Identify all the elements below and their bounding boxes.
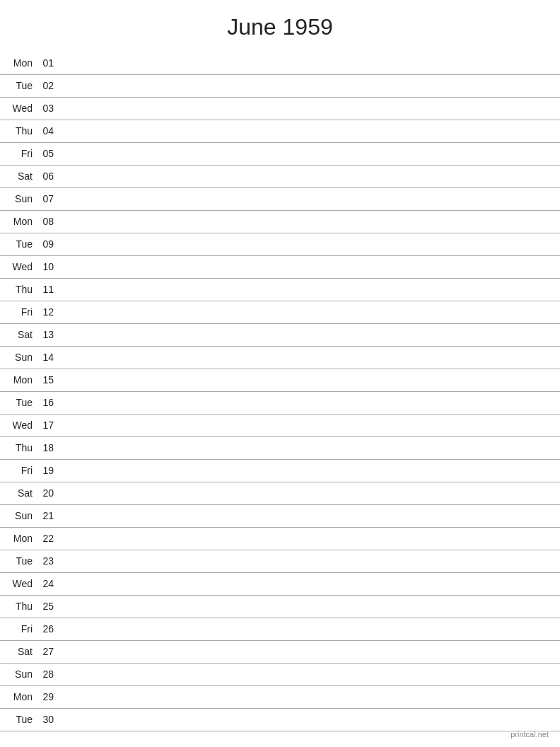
day-line	[54, 278, 560, 301]
day-line	[54, 301, 560, 323]
day-name: Sun	[0, 663, 33, 685]
day-name: Wed	[0, 97, 33, 120]
calendar-row: Tue30	[0, 708, 560, 731]
day-line	[54, 663, 560, 685]
calendar-table: Mon01Tue02Wed03Thu04Fri05Sat06Sun07Mon08…	[0, 52, 560, 731]
day-number: 08	[33, 210, 54, 233]
day-line	[54, 233, 560, 255]
day-number: 22	[33, 527, 54, 550]
calendar-row: Tue09	[0, 233, 560, 255]
calendar-row: Tue16	[0, 391, 560, 414]
day-number: 10	[33, 255, 54, 278]
calendar-row: Fri26	[0, 618, 560, 640]
day-line	[54, 685, 560, 708]
calendar-row: Sat27	[0, 640, 560, 663]
day-name: Wed	[0, 414, 33, 436]
calendar-row: Fri12	[0, 301, 560, 323]
day-line	[54, 187, 560, 210]
day-line	[54, 52, 560, 74]
day-number: 16	[33, 391, 54, 414]
day-name: Mon	[0, 210, 33, 233]
day-line	[54, 595, 560, 618]
day-number: 28	[33, 663, 54, 685]
day-name: Mon	[0, 527, 33, 550]
day-name: Sat	[0, 165, 33, 187]
calendar-row: Wed24	[0, 572, 560, 595]
day-name: Mon	[0, 369, 33, 391]
day-number: 23	[33, 550, 54, 572]
calendar-row: Sat06	[0, 165, 560, 187]
day-number: 29	[33, 685, 54, 708]
day-line	[54, 708, 560, 731]
day-number: 05	[33, 142, 54, 165]
day-line	[54, 550, 560, 572]
day-name: Sun	[0, 187, 33, 210]
calendar-row: Sat20	[0, 482, 560, 504]
calendar-row: Sun14	[0, 346, 560, 369]
day-number: 15	[33, 369, 54, 391]
day-line	[54, 369, 560, 391]
calendar-row: Thu18	[0, 436, 560, 459]
day-name: Fri	[0, 142, 33, 165]
day-number: 18	[33, 436, 54, 459]
day-line	[54, 165, 560, 187]
calendar-row: Thu04	[0, 120, 560, 142]
calendar-row: Mon01	[0, 52, 560, 74]
day-line	[54, 527, 560, 550]
calendar-row: Sat13	[0, 323, 560, 346]
day-number: 24	[33, 572, 54, 595]
day-line	[54, 97, 560, 120]
day-name: Sat	[0, 482, 33, 504]
day-name: Thu	[0, 436, 33, 459]
calendar-row: Sun28	[0, 663, 560, 685]
day-line	[54, 323, 560, 346]
footer-text: printcal.net	[511, 730, 549, 739]
day-name: Wed	[0, 255, 33, 278]
day-number: 07	[33, 187, 54, 210]
day-line	[54, 391, 560, 414]
day-name: Thu	[0, 120, 33, 142]
day-line	[54, 572, 560, 595]
day-name: Fri	[0, 618, 33, 640]
page-title: June 1959	[0, 0, 560, 52]
day-name: Tue	[0, 391, 33, 414]
day-number: 14	[33, 346, 54, 369]
day-line	[54, 436, 560, 459]
day-number: 09	[33, 233, 54, 255]
calendar-row: Thu11	[0, 278, 560, 301]
day-name: Thu	[0, 278, 33, 301]
day-number: 13	[33, 323, 54, 346]
day-name: Sun	[0, 504, 33, 527]
day-line	[54, 120, 560, 142]
calendar-row: Fri05	[0, 142, 560, 165]
calendar-row: Mon08	[0, 210, 560, 233]
day-number: 25	[33, 595, 54, 618]
calendar-row: Wed10	[0, 255, 560, 278]
day-name: Sat	[0, 323, 33, 346]
calendar-row: Tue02	[0, 74, 560, 97]
day-line	[54, 142, 560, 165]
day-line	[54, 74, 560, 97]
calendar-row: Wed17	[0, 414, 560, 436]
day-line	[54, 640, 560, 663]
day-name: Mon	[0, 685, 33, 708]
day-name: Tue	[0, 74, 33, 97]
day-number: 01	[33, 52, 54, 74]
day-name: Tue	[0, 708, 33, 731]
day-number: 12	[33, 301, 54, 323]
day-line	[54, 414, 560, 436]
day-line	[54, 210, 560, 233]
day-name: Wed	[0, 572, 33, 595]
day-name: Mon	[0, 52, 33, 74]
day-number: 02	[33, 74, 54, 97]
calendar-row: Wed03	[0, 97, 560, 120]
day-number: 30	[33, 708, 54, 731]
calendar-row: Sun07	[0, 187, 560, 210]
day-number: 03	[33, 97, 54, 120]
day-line	[54, 255, 560, 278]
day-name: Fri	[0, 301, 33, 323]
day-number: 26	[33, 618, 54, 640]
day-line	[54, 482, 560, 504]
day-number: 20	[33, 482, 54, 504]
day-name: Tue	[0, 550, 33, 572]
